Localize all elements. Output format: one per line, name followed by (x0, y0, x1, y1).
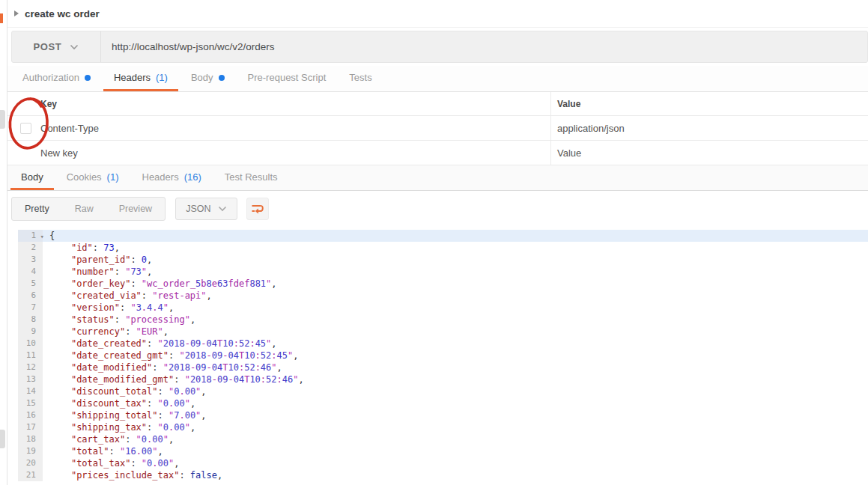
new-key-input[interactable]: New key (7, 147, 550, 159)
code-line: 19 "total": "16.00", (7, 445, 868, 457)
code-editor[interactable]: 1▾{2 "id": 73,3 "parent_id": 0,4 "number… (7, 227, 868, 485)
fold-caret-icon[interactable]: ▾ (40, 231, 44, 242)
code-line-text: "created_via": "rest-api", (43, 290, 868, 302)
response-tab-test-results-label: Test Results (225, 171, 278, 183)
tab-tests[interactable]: Tests (339, 66, 382, 91)
line-number[interactable]: 9 (18, 326, 43, 338)
code-line-text: "parent_id": 0, (43, 254, 868, 266)
response-tab-cookies[interactable]: Cookies (1) (56, 165, 130, 190)
line-number[interactable]: 19 (18, 445, 43, 457)
method-selector[interactable]: POST (12, 41, 100, 52)
response-tab-body[interactable]: Body (10, 165, 54, 190)
line-number[interactable]: 12 (18, 362, 43, 373)
line-number[interactable]: 18 (18, 433, 43, 445)
code-line: 6 "created_via": "rest-api", (7, 290, 868, 302)
response-tab-cookies-label: Cookies (67, 171, 102, 183)
header-row: Content-Type application/json (7, 116, 868, 141)
line-number[interactable]: 14 (18, 385, 43, 397)
line-number[interactable]: 17 (18, 421, 43, 433)
header-row-checkbox[interactable] (20, 123, 31, 134)
code-line: 14 "discount_total": "0.00", (7, 385, 868, 397)
language-selector[interactable]: JSON (175, 198, 237, 220)
sidebar-accent-mark (0, 13, 3, 23)
line-number[interactable]: 13 (18, 373, 43, 385)
tab-body[interactable]: Body (180, 66, 235, 91)
header-value-cell[interactable]: application/json (550, 123, 868, 134)
postman-window: create wc order POST http://localhost/wp… (0, 0, 868, 485)
code-line: 1▾{ (7, 230, 868, 242)
line-number[interactable]: 4 (18, 266, 43, 278)
sidebar-handle-top[interactable] (0, 110, 5, 129)
code-line: 13 "date_modified_gmt": "2018-09-04T10:5… (7, 373, 868, 385)
line-number[interactable]: 20 (18, 457, 43, 469)
line-number[interactable]: 10 (18, 338, 43, 350)
code-line-text: "status": "processing", (43, 314, 868, 326)
line-number[interactable]: 5 (18, 278, 43, 290)
code-line-text: "number": "73", (43, 266, 868, 278)
line-number[interactable]: 6 (18, 290, 43, 302)
code-line: 10 "date_created": "2018-09-04T10:52:45"… (7, 338, 868, 350)
request-title-bar: create wc order (7, 0, 868, 28)
request-title: create wc order (25, 8, 100, 19)
code-line: 4 "number": "73", (7, 266, 868, 278)
code-line: 18 "cart_tax": "0.00", (7, 433, 868, 445)
code-line: 17 "shipping_tax": "0.00", (7, 421, 868, 433)
code-line-text: { (43, 230, 868, 242)
new-value-input[interactable]: Value (550, 147, 868, 159)
view-mode-raw[interactable]: Raw (62, 198, 106, 220)
line-number[interactable]: 21 (18, 469, 43, 481)
triangle-right-icon[interactable] (14, 10, 19, 16)
tab-authorization[interactable]: Authorization (12, 66, 101, 91)
value-column-header: Value (550, 99, 868, 109)
wrap-text-button[interactable] (246, 198, 269, 220)
line-number[interactable]: 11 (18, 350, 43, 362)
tab-headers[interactable]: Headers (1) (103, 66, 178, 91)
code-line-text: "shipping_total": "7.00", (43, 409, 868, 421)
response-toolbar: Pretty Raw Preview JSON (7, 191, 868, 227)
key-column-header: Key (7, 99, 550, 109)
code-line: 21 "prices_include_tax": false, (7, 469, 868, 481)
code-line-text: "id": 73, (43, 242, 868, 254)
tab-headers-count: (1) (156, 72, 168, 83)
request-tabs: Authorization Headers (1) Body Pre-reque… (7, 66, 868, 92)
line-number[interactable]: 15 (18, 397, 43, 409)
tab-tests-label: Tests (349, 72, 371, 83)
chevron-down-icon (70, 44, 79, 50)
sidebar-strip[interactable] (0, 0, 7, 485)
url-input[interactable]: http://localhost/wp-json/wc/v2/orders (101, 41, 275, 52)
line-number[interactable]: 1▾ (18, 230, 43, 242)
tab-headers-label: Headers (114, 72, 151, 83)
code-line-text: "order_key": "wc_order_5b8e63fdef881", (43, 278, 868, 290)
code-line-text: "prices_include_tax": false, (43, 469, 868, 481)
line-number[interactable]: 2 (18, 242, 43, 254)
line-number[interactable]: 16 (18, 409, 43, 421)
tab-pre-request-script[interactable]: Pre-request Script (237, 66, 337, 91)
response-tab-body-label: Body (21, 171, 43, 183)
code-line-text: "currency": "EUR", (43, 326, 868, 338)
line-number[interactable]: 7 (18, 302, 43, 314)
code-line-text: "date_created": "2018-09-04T10:52:45", (43, 338, 868, 350)
code-line: 15 "discount_tax": "0.00", (7, 397, 868, 409)
response-tab-test-results[interactable]: Test Results (214, 165, 288, 190)
code-line: 2 "id": 73, (7, 242, 868, 254)
line-number[interactable]: 8 (18, 314, 43, 326)
response-tabs: Body Cookies (1) Headers (16) Test Resul… (7, 165, 868, 191)
code-line-text: "cart_tax": "0.00", (43, 433, 868, 445)
headers-table: Key Value Content-Type application/json … (7, 92, 868, 165)
line-number[interactable]: 3 (18, 254, 43, 266)
tab-pre-request-label: Pre-request Script (248, 72, 327, 83)
wrap-text-icon (251, 204, 264, 215)
sidebar-handle-bottom[interactable] (0, 430, 5, 448)
code-line-text: "total": "16.00", (43, 445, 868, 457)
code-line-text: "total_tax": "0.00", (43, 457, 868, 469)
blue-dot-icon (219, 75, 225, 81)
view-mode-preview[interactable]: Preview (106, 198, 165, 220)
response-tab-cookies-count: (1) (107, 171, 119, 183)
response-tab-headers[interactable]: Headers (16) (132, 165, 212, 190)
code-line: 12 "date_modified": "2018-09-04T10:52:46… (7, 362, 868, 373)
code-line: 7 "version": "3.4.4", (7, 302, 868, 314)
method-label: POST (34, 41, 62, 52)
url-bar: POST http://localhost/wp-json/wc/v2/orde… (11, 31, 868, 63)
view-mode-pretty[interactable]: Pretty (12, 198, 62, 220)
header-key-cell[interactable]: Content-Type (7, 123, 550, 134)
